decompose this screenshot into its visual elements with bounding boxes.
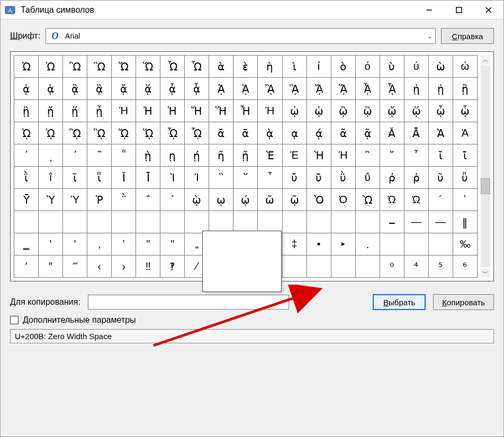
- char-cell[interactable]: Ὰ: [428, 122, 453, 144]
- char-cell[interactable]: ᾎ: [355, 78, 380, 100]
- char-cell[interactable]: Ύ: [63, 189, 87, 211]
- grid-scrollbar[interactable]: ︿ ﹀: [480, 55, 491, 278]
- char-cell[interactable]: ᾅ: [136, 78, 160, 100]
- char-cell[interactable]: Ῥ: [87, 189, 112, 211]
- char-cell[interactable]: ⁵: [428, 256, 453, 278]
- char-cell[interactable]: ῢ: [331, 167, 355, 189]
- char-cell[interactable]: Ὸ: [307, 189, 331, 211]
- char-cell[interactable]: Ῑ: [136, 167, 160, 189]
- char-cell[interactable]: ῡ: [307, 167, 331, 189]
- char-cell[interactable]: ‖: [453, 211, 477, 233]
- char-cell[interactable]: ": [136, 233, 160, 256]
- char-cell[interactable]: ΅: [136, 189, 160, 211]
- char-cell[interactable]: ᾳ: [282, 122, 307, 144]
- char-cell[interactable]: ‹: [87, 256, 112, 278]
- char-cell[interactable]: [331, 256, 355, 278]
- char-cell[interactable]: ⁶: [453, 256, 477, 278]
- char-cell[interactable]: ᾶ: [331, 122, 355, 144]
- char-cell[interactable]: Ὡ: [39, 56, 63, 78]
- char-cell[interactable]: Ἤ: [185, 100, 209, 122]
- char-cell[interactable]: ᾀ: [14, 78, 39, 100]
- char-cell[interactable]: ᾲ: [258, 122, 282, 144]
- char-cell[interactable]: Ό: [331, 189, 355, 211]
- char-cell[interactable]: ᾴ: [307, 122, 331, 144]
- char-cell[interactable]: [282, 256, 307, 278]
- char-cell[interactable]: [258, 211, 282, 233]
- char-cell[interactable]: ᾰ: [209, 122, 233, 144]
- char-cell[interactable]: Ὴ: [307, 144, 331, 167]
- font-select[interactable]: O Arial ⌄: [46, 28, 436, 44]
- char-cell[interactable]: —: [404, 211, 428, 233]
- char-cell[interactable]: Ὤ: [112, 56, 136, 78]
- char-cell[interactable]: ‡: [282, 233, 307, 256]
- char-cell[interactable]: ῁: [112, 144, 136, 167]
- char-cell[interactable]: [307, 211, 331, 233]
- char-cell[interactable]: Ὲ: [258, 144, 282, 167]
- char-cell[interactable]: Έ: [282, 144, 307, 167]
- char-cell[interactable]: ᾢ: [331, 100, 355, 122]
- char-cell[interactable]: ῳ: [209, 189, 233, 211]
- char-cell[interactable]: ῃ: [160, 144, 185, 167]
- char-cell[interactable]: ῇ: [233, 144, 258, 167]
- char-cell[interactable]: Ὺ: [39, 189, 63, 211]
- char-cell[interactable]: [355, 256, 380, 278]
- char-cell[interactable]: ´: [428, 189, 453, 211]
- char-cell[interactable]: ί: [307, 56, 331, 78]
- char-cell[interactable]: [380, 233, 404, 256]
- char-cell[interactable]: ῠ: [282, 167, 307, 189]
- char-cell[interactable]: ᾒ: [453, 78, 477, 100]
- select-button[interactable]: Выбрать: [373, 294, 426, 310]
- char-cell[interactable]: ‴: [63, 256, 87, 278]
- char-cell[interactable]: ᾯ: [185, 122, 209, 144]
- char-cell[interactable]: Ὼ: [355, 189, 380, 211]
- char-cell[interactable]: ῥ: [404, 167, 428, 189]
- char-cell[interactable]: Ὣ: [87, 56, 112, 78]
- char-cell[interactable]: ᾁ: [39, 78, 63, 100]
- char-cell[interactable]: ᾨ: [14, 122, 39, 144]
- char-cell[interactable]: Ᾰ: [380, 122, 404, 144]
- char-cell[interactable]: ῞: [233, 167, 258, 189]
- char-cell[interactable]: Ώ: [404, 189, 428, 211]
- char-cell[interactable]: ᾐ: [404, 78, 428, 100]
- char-cell[interactable]: ᾂ: [63, 78, 87, 100]
- char-cell[interactable]: Ῐ: [112, 167, 136, 189]
- char-cell[interactable]: ῶ: [258, 189, 282, 211]
- char-cell[interactable]: ‰: [453, 233, 477, 256]
- copy-button[interactable]: Копировать: [433, 294, 494, 310]
- char-cell[interactable]: Ὧ: [185, 56, 209, 78]
- char-cell[interactable]: ῏: [404, 144, 428, 167]
- char-cell[interactable]: Ά: [453, 122, 477, 144]
- char-cell[interactable]: ῑ: [453, 144, 477, 167]
- char-cell[interactable]: ᾫ: [87, 122, 112, 144]
- char-cell[interactable]: `: [160, 189, 185, 211]
- char-cell[interactable]: ‼: [136, 256, 160, 278]
- char-cell[interactable]: ᾧ: [453, 100, 477, 122]
- char-cell[interactable]: Ώ: [380, 189, 404, 211]
- char-cell[interactable]: Ἡ: [160, 100, 185, 122]
- char-cell[interactable]: ὲ: [233, 56, 258, 78]
- char-cell[interactable]: [136, 211, 160, 233]
- char-cell[interactable]: ᾤ: [380, 100, 404, 122]
- char-cell[interactable]: ᾦ: [428, 100, 453, 122]
- char-cell[interactable]: [112, 211, 136, 233]
- char-cell[interactable]: ᾈ: [209, 78, 233, 100]
- char-cell[interactable]: ὰ: [209, 56, 233, 78]
- char-cell[interactable]: ᾇ: [185, 78, 209, 100]
- char-cell[interactable]: ᾬ: [112, 122, 136, 144]
- char-cell[interactable]: [428, 233, 453, 256]
- char-cell[interactable]: ᾄ: [112, 78, 136, 100]
- char-cell[interactable]: ᾥ: [404, 100, 428, 122]
- char-cell[interactable]: ᾆ: [160, 78, 185, 100]
- char-cell[interactable]: [307, 256, 331, 278]
- char-cell[interactable]: ῆ: [209, 144, 233, 167]
- char-cell[interactable]: ᾉ: [233, 78, 258, 100]
- char-cell[interactable]: ᾽: [14, 144, 39, 167]
- char-cell[interactable]: ᾮ: [160, 122, 185, 144]
- char-cell[interactable]: ᾡ: [307, 100, 331, 122]
- char-cell[interactable]: ῷ: [282, 189, 307, 211]
- minimize-button[interactable]: [415, 1, 444, 20]
- advanced-checkbox[interactable]: [10, 316, 19, 324]
- char-cell[interactable]: Ᾱ: [404, 122, 428, 144]
- char-cell[interactable]: ⁴: [404, 256, 428, 278]
- char-cell[interactable]: ῤ: [380, 167, 404, 189]
